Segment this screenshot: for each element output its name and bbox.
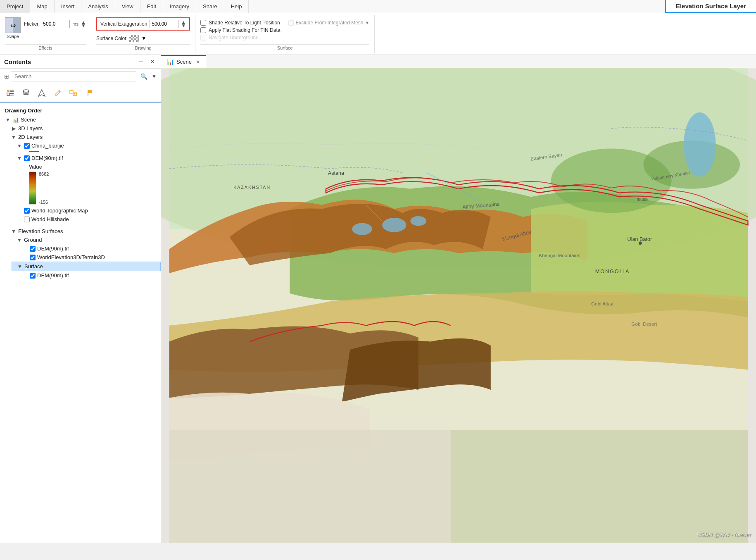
shade-relative-label: Shade Relative To Light Position: [209, 20, 280, 26]
dem-legend: Value 8682 -156: [0, 162, 161, 206]
contents-tree: Drawing Order ▼ 📊 Scene ▶ 3D Layers ▼ 2D…: [0, 102, 161, 543]
tree-item-surface[interactable]: ▼ Surface: [12, 262, 161, 271]
expand-dem-tif[interactable]: ▼: [17, 155, 22, 161]
ribbon-content-area: ⇔ Swipe Flicker ms ▲▼ Effects: [0, 13, 756, 55]
expand-3dlayers[interactable]: ▶: [11, 126, 17, 131]
svg-text:MONGOLIA: MONGOLIA: [595, 269, 630, 274]
apply-flat-checkbox[interactable]: [200, 27, 206, 33]
color-swatch-dropdown[interactable]: ▼: [141, 36, 146, 41]
navigate-underground-row: Navigate Underground: [200, 35, 280, 41]
tree-item-dem-tif[interactable]: ▼ DEM(90m).tif: [12, 154, 161, 162]
flicker-spinner[interactable]: ▲▼: [81, 21, 86, 27]
expand-elevation-surfaces[interactable]: ▼: [11, 229, 17, 234]
3dlayers-label: 3D Layers: [18, 125, 43, 131]
svg-text:Ulan Bator: Ulan Bator: [628, 236, 652, 242]
main-layout: Contents ⊢ ✕ ⊞ 🔍 ▼: [0, 55, 756, 543]
tab-map[interactable]: Map: [30, 0, 54, 13]
list-by-editing-btn[interactable]: [51, 87, 64, 99]
contents-panel: Contents ⊢ ✕ ⊞ 🔍 ▼: [0, 55, 161, 543]
world-topo-label: World Topographic Map: [31, 207, 88, 214]
svg-rect-3: [7, 93, 10, 95]
tab-help[interactable]: Help: [224, 0, 249, 13]
swipe-button[interactable]: ⇔ Swipe: [5, 17, 21, 39]
svg-rect-4: [10, 93, 14, 94]
tab-share[interactable]: Share: [196, 0, 224, 13]
drawing-group: Vertical Exaggeration ▲▼ Surface Color ▼…: [91, 15, 195, 53]
map-watermark: ©SDN @WW - forever: [697, 531, 751, 538]
swipe-label: Swipe: [7, 34, 19, 39]
vert-exag-spinner[interactable]: ▲▼: [181, 21, 186, 27]
china-bianjie-checkbox[interactable]: [24, 143, 30, 149]
flicker-label: Flicker: [24, 21, 38, 27]
contents-pin-btn[interactable]: ⊢: [137, 57, 145, 66]
expand-ground[interactable]: ▼: [17, 237, 22, 243]
scene-tab[interactable]: 📊 Scene ✕: [161, 55, 206, 68]
tab-project[interactable]: Project: [0, 0, 30, 13]
contents-search-bar: ⊞ 🔍 ▼: [0, 69, 161, 84]
dem-tif-ground-checkbox[interactable]: [30, 246, 36, 252]
tab-view[interactable]: View: [115, 0, 140, 13]
tree-item-elevation-surfaces[interactable]: ▼ Elevation Surfaces: [6, 227, 161, 236]
navigate-underground-checkbox[interactable]: [200, 35, 206, 41]
flag-icon-btn[interactable]: [83, 87, 95, 99]
world-topo-checkbox[interactable]: [24, 208, 30, 214]
tree-item-world-topo[interactable]: ▶ World Topographic Map: [12, 206, 161, 215]
world-hillshade-checkbox[interactable]: [24, 217, 30, 222]
svg-point-22: [382, 218, 406, 232]
scene-tab-close[interactable]: ✕: [196, 59, 200, 65]
flicker-input[interactable]: [41, 20, 70, 28]
search-dropdown-button[interactable]: ▼: [152, 74, 157, 79]
tree-item-2dlayers[interactable]: ▼ 2D Layers: [6, 133, 161, 141]
tree-item-world-hillshade[interactable]: ▶ World Hillshade: [12, 215, 161, 224]
svg-rect-18: [451, 430, 748, 543]
svg-point-23: [410, 216, 426, 226]
ribbon: Project Map Insert Analysis View Edit Im…: [0, 0, 756, 55]
exclude-checkbox[interactable]: [288, 20, 294, 26]
search-input[interactable]: [11, 71, 136, 81]
topo-map-svg: Astana KAZAKHSTAN Altay Mountains Mongol…: [161, 68, 756, 543]
flicker-unit: ms: [72, 21, 78, 26]
tab-edit[interactable]: Edit: [140, 0, 163, 13]
svg-rect-1: [10, 90, 14, 91]
filter-icon: ⊞: [4, 73, 9, 80]
legend-top-value: 8682: [39, 172, 49, 176]
contents-title: Contents: [4, 58, 31, 65]
search-button[interactable]: 🔍: [138, 72, 150, 81]
contents-close-btn[interactable]: ✕: [148, 57, 157, 66]
svg-text:KAZAKHSTAN: KAZAKHSTAN: [233, 185, 271, 190]
tree-item-scene[interactable]: ▼ 📊 Scene: [0, 115, 161, 124]
tree-item-ground[interactable]: ▼ Ground: [12, 236, 161, 244]
tree-item-dem-tif-surface[interactable]: ▶ DEM(90m).tif: [17, 271, 161, 280]
svg-text:Irkutsk: Irkutsk: [635, 197, 649, 202]
svg-rect-5: [10, 95, 14, 95]
tree-item-world-elev[interactable]: ▶ WorldElevation3D/Terrain3D: [17, 253, 161, 262]
list-by-selection-btn[interactable]: [36, 87, 48, 99]
list-by-data-source-btn[interactable]: [20, 87, 32, 99]
exclude-dropdown[interactable]: ▼: [365, 20, 369, 25]
svg-point-21: [684, 112, 716, 177]
map-canvas[interactable]: Astana KAZAKHSTAN Altay Mountains Mongol…: [161, 68, 756, 543]
tab-imagery[interactable]: Imagery: [163, 0, 196, 13]
tree-item-dem-tif-ground[interactable]: ▶ DEM(90m).tif: [17, 244, 161, 253]
expand-china-bianjie[interactable]: ▼: [17, 143, 22, 149]
tab-insert[interactable]: Insert: [55, 0, 82, 13]
tree-item-china-bianjie[interactable]: ▼ China_bianjie: [12, 141, 161, 150]
vert-exag-input[interactable]: [150, 20, 178, 28]
color-swatch[interactable]: [129, 35, 139, 42]
shade-relative-checkbox[interactable]: [200, 20, 206, 26]
drawing-group-label: Drawing: [96, 44, 190, 50]
svg-rect-8: [70, 91, 73, 94]
dem-tif-checkbox[interactable]: [24, 155, 30, 161]
tab-analysis[interactable]: Analysis: [81, 0, 115, 13]
ribbon-tab-bar: Project Map Insert Analysis View Edit Im…: [0, 0, 756, 13]
swipe-area: ⇔ Swipe Flicker ms ▲▼: [5, 17, 86, 39]
svg-point-24: [352, 223, 372, 235]
expand-surface[interactable]: ▼: [17, 264, 23, 269]
expand-2dlayers[interactable]: ▼: [11, 134, 17, 140]
tree-item-3dlayers[interactable]: ▶ 3D Layers: [6, 124, 161, 133]
list-by-drawing-order-btn[interactable]: [4, 87, 17, 99]
dem-tif-surface-checkbox[interactable]: [30, 273, 36, 279]
expand-scene[interactable]: ▼: [5, 117, 11, 123]
world-elev-checkbox[interactable]: [30, 255, 36, 260]
add-group-btn[interactable]: [67, 87, 79, 99]
